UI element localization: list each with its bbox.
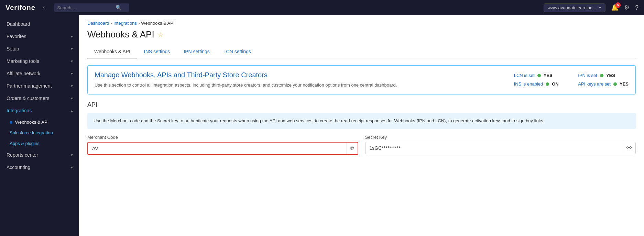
sidebar-label-partner-management: Partner management (7, 83, 52, 89)
chevron-icon: ▼ (70, 153, 74, 157)
chevron-icon: ▼ (70, 84, 74, 88)
breadcrumb-sep-2: › (138, 21, 140, 26)
api-info-text: Use the Merchant code and the Secret key… (94, 118, 544, 123)
stat-api-keys-label: API keys are set (578, 81, 611, 87)
sidebar-item-setup[interactable]: Setup ▼ (0, 43, 79, 55)
app-logo: Verifone (6, 4, 35, 12)
sidebar-label-orders-customers: Orders & customers (7, 95, 49, 101)
stat-ipn-label: IPN is set (578, 73, 597, 78)
banner-title: Manage Webhooks, APIs and Third-Party St… (95, 71, 500, 79)
sidebar-item-marketing-tools[interactable]: Marketing tools ▼ (0, 55, 79, 67)
search-bar: 🔍 (54, 3, 129, 12)
status-dot-green-api (613, 82, 617, 86)
banner-description: Use this section to control all integrat… (95, 82, 500, 89)
search-input[interactable] (57, 5, 116, 10)
chevron-down-icon: ▼ (598, 6, 602, 10)
eye-icon: 👁 (626, 145, 632, 151)
breadcrumb-sep-1: › (111, 21, 112, 26)
stat-ins-value: ON (552, 81, 559, 87)
secret-key-group: Secret Key 👁 (365, 135, 636, 155)
breadcrumb-integrations[interactable]: Integrations (113, 21, 137, 26)
top-nav: Verifone ‹ 🔍 www.avangatelearning... ▼ 🔔… (0, 0, 644, 15)
sidebar-label-setup: Setup (7, 46, 19, 52)
stat-ipn: IPN is set YES (578, 73, 629, 78)
sidebar-item-integrations[interactable]: Integrations ▲ (0, 104, 79, 117)
sidebar-sub-apps-plugins[interactable]: Apps & plugins (0, 138, 79, 149)
stat-api-keys: API keys are set YES (578, 81, 629, 87)
sidebar-item-partner-management[interactable]: Partner management ▼ (0, 80, 79, 92)
info-banner: Manage Webhooks, APIs and Third-Party St… (87, 65, 636, 94)
sidebar-sub-label-apps-plugins: Apps & plugins (10, 141, 40, 146)
chevron-icon: ▼ (70, 97, 74, 100)
sidebar-item-reports-center[interactable]: Reports center ▼ (0, 149, 79, 161)
breadcrumb-current: Webhooks & API (141, 21, 174, 26)
sidebar-sub-label-webhooks: Webhooks & API (15, 120, 48, 125)
fields-row: Merchant Code ⧉ Secret Key 👁 (87, 135, 636, 155)
sidebar-item-dashboard[interactable]: Dashboard (0, 18, 79, 30)
sidebar-item-favorites[interactable]: Favorites ▼ (0, 30, 79, 43)
secret-key-label: Secret Key (365, 135, 636, 140)
merchant-code-label: Merchant Code (87, 135, 358, 140)
sidebar-item-affiliate-network[interactable]: Affiliate network ▼ (0, 67, 79, 80)
api-section: API Use the Merchant code and the Secret… (87, 101, 636, 155)
nav-right: www.avangatelearning... ▼ 🔔 5 ⚙ ? (544, 3, 638, 12)
favorite-star-icon[interactable]: ☆ (158, 31, 163, 38)
chevron-icon: ▼ (70, 59, 74, 63)
tabs-bar: Webhooks & API INS settings IPN settings… (87, 45, 636, 58)
sidebar-label-reports-center: Reports center (7, 152, 38, 158)
tab-ins-settings[interactable]: INS settings (137, 45, 177, 58)
sidebar-label-marketing-tools: Marketing tools (7, 58, 39, 64)
stat-ins: INS is enabled ON (514, 81, 565, 87)
settings-button[interactable]: ⚙ (624, 4, 630, 11)
page-title-row: Webhooks & API ☆ (87, 29, 636, 40)
chevron-icon: ▼ (70, 72, 74, 76)
stat-lcn-value: YES (544, 73, 553, 78)
notification-badge: 5 (615, 2, 621, 8)
copy-icon: ⧉ (350, 145, 354, 151)
tab-lcn-settings[interactable]: LCN settings (217, 45, 258, 58)
merchant-code-group: Merchant Code ⧉ (87, 135, 358, 155)
help-button[interactable]: ? (635, 4, 638, 11)
chevron-icon: ▼ (70, 47, 74, 51)
breadcrumb: Dashboard › Integrations › Webhooks & AP… (87, 21, 636, 26)
sidebar-item-orders-customers[interactable]: Orders & customers ▼ (0, 92, 79, 104)
sidebar-label-favorites: Favorites (7, 34, 26, 39)
tab-ipn-settings[interactable]: IPN settings (177, 45, 216, 58)
secret-key-input-wrap: 👁 (365, 142, 636, 154)
search-icon: 🔍 (116, 5, 121, 10)
stat-api-keys-value: YES (620, 81, 629, 87)
tab-webhooks-api[interactable]: Webhooks & API (87, 45, 137, 58)
app-layout: Dashboard Favorites ▼ Setup ▼ Marketing … (0, 15, 644, 236)
secret-key-input[interactable] (365, 143, 623, 154)
status-dot-green (537, 74, 541, 77)
domain-text: www.avangatelearning... (547, 5, 596, 10)
chevron-icon: ▼ (70, 166, 74, 169)
sidebar-sub-salesforce[interactable]: Salesforce integration (0, 127, 79, 138)
chevron-up-icon: ▲ (70, 109, 74, 113)
stat-lcn: LCN is set YES (514, 73, 565, 78)
notifications-button[interactable]: 🔔 5 (611, 4, 619, 11)
banner-stats: LCN is set YES IPN is set YES INS is ena… (514, 71, 629, 89)
sidebar-item-accounting[interactable]: Accounting ▼ (0, 161, 79, 173)
sidebar-label-integrations: Integrations (7, 108, 32, 113)
copy-merchant-code-button[interactable]: ⧉ (347, 143, 358, 154)
breadcrumb-dashboard[interactable]: Dashboard (87, 21, 109, 26)
active-dot-icon (10, 121, 12, 124)
api-info-box: Use the Merchant code and the Secret key… (87, 113, 636, 130)
main-content: Dashboard › Integrations › Webhooks & AP… (79, 15, 644, 236)
sidebar-label-accounting: Accounting (7, 165, 30, 170)
sidebar: Dashboard Favorites ▼ Setup ▼ Marketing … (0, 15, 79, 236)
merchant-code-input[interactable] (88, 143, 347, 154)
chevron-icon: ▼ (70, 35, 74, 38)
sidebar-sub-label-salesforce: Salesforce integration (10, 130, 53, 135)
stat-ins-label: INS is enabled (514, 81, 543, 87)
sidebar-label-affiliate-network: Affiliate network (7, 71, 41, 76)
domain-selector[interactable]: www.avangatelearning... ▼ (544, 3, 605, 12)
stat-ipn-value: YES (606, 73, 615, 78)
api-section-title: API (87, 101, 636, 109)
back-button[interactable]: ‹ (41, 3, 47, 12)
toggle-secret-key-button[interactable]: 👁 (623, 142, 635, 154)
status-dot-green-ins (546, 82, 549, 86)
sidebar-sub-webhooks-api[interactable]: Webhooks & API (0, 117, 79, 127)
sidebar-label-dashboard: Dashboard (7, 21, 30, 27)
